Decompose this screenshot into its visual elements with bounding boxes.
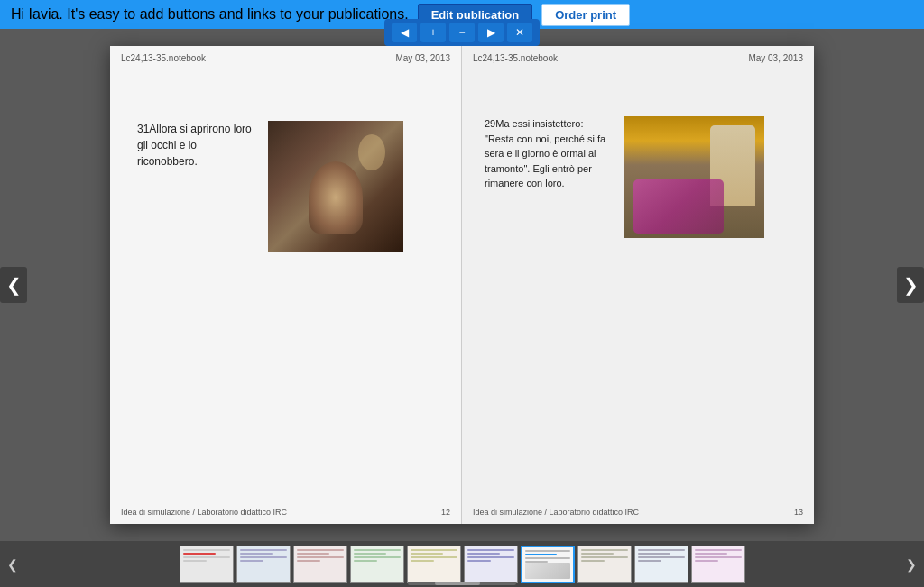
left-page: Lc24,13-35.notebook May 03, 2013 31Allor…: [110, 46, 462, 524]
right-date-label: May 03, 2013: [748, 53, 803, 63]
thumbnail-4[interactable]: [350, 546, 404, 583]
book-controls: ◀ + − ▶ ✕: [384, 19, 540, 46]
thumbnail-8[interactable]: [578, 546, 632, 583]
book-ctrl-next[interactable]: ▶: [478, 23, 504, 42]
left-page-image: [268, 121, 403, 252]
right-page-content: 29Ma essi insistettero: "Resta con noi, …: [462, 67, 814, 256]
left-page-content: 31Allora si aprirono loro gli occhi e lo…: [110, 67, 461, 270]
order-print-button[interactable]: Order print: [541, 4, 630, 26]
book-ctrl-close[interactable]: ✕: [507, 23, 532, 42]
book-ctrl-zoom-in[interactable]: +: [420, 23, 446, 42]
thumbnail-3[interactable]: [293, 546, 347, 583]
right-page-header: Lc24,13-35.notebook May 03, 2013: [462, 46, 814, 67]
thumbnail-2[interactable]: [236, 546, 291, 583]
thumbnail-10[interactable]: [691, 546, 745, 583]
right-page-text: 29Ma essi insistettero: "Resta con noi, …: [485, 116, 611, 191]
nav-left-arrow[interactable]: ❮: [0, 267, 27, 303]
scroll-bar-thumb: [435, 582, 480, 585]
book-ctrl-prev[interactable]: ◀: [392, 23, 417, 42]
right-footer-right: 13: [794, 508, 803, 517]
right-painting: [624, 116, 764, 238]
nav-right-arrow[interactable]: ❯: [897, 267, 924, 303]
thumbnail-9[interactable]: [634, 546, 688, 583]
left-page-header: Lc24,13-35.notebook May 03, 2013: [110, 46, 461, 67]
viewer-area: ❮ ◀ + − ▶ ✕ Lc24,13-35.notebook May 03, …: [0, 29, 924, 541]
top-bar-message: Hi Iavia. It's easy to add buttons and l…: [11, 6, 409, 23]
right-notebook-label: Lc24,13-35.notebook: [473, 53, 558, 63]
left-notebook-label: Lc24,13-35.notebook: [121, 53, 206, 63]
left-footer-right: 12: [441, 508, 450, 517]
scroll-bar: [408, 582, 516, 585]
thumbnail-6[interactable]: [464, 546, 518, 583]
thumbnail-1[interactable]: [180, 546, 234, 583]
right-page: Lc24,13-35.notebook May 03, 2013 29Ma es…: [462, 46, 814, 524]
thumbnail-strip: ❮: [0, 541, 924, 587]
left-date-label: May 03, 2013: [395, 53, 450, 63]
book-ctrl-zoom-out[interactable]: −: [449, 23, 475, 42]
book-spread: ◀ + − ▶ ✕ Lc24,13-35.notebook May 03, 20…: [110, 46, 814, 524]
right-page-image: [624, 116, 764, 238]
thumbnails-container: [180, 546, 745, 583]
right-page-footer: Idea di simulazione / Laboratorio didatt…: [473, 508, 803, 517]
left-footer-left: Idea di simulazione / Laboratorio didatt…: [121, 508, 287, 517]
thumbnail-nav-left[interactable]: ❮: [4, 557, 22, 572]
thumbnail-7[interactable]: [521, 546, 575, 583]
right-footer-left: Idea di simulazione / Laboratorio didatt…: [473, 508, 639, 517]
left-painting: [268, 121, 403, 252]
thumbnail-5[interactable]: [407, 546, 461, 583]
left-page-footer: Idea di simulazione / Laboratorio didatt…: [121, 508, 450, 517]
thumbnail-nav-right[interactable]: ❯: [902, 557, 920, 572]
left-page-text: 31Allora si aprirono loro gli occhi e lo…: [137, 121, 254, 170]
